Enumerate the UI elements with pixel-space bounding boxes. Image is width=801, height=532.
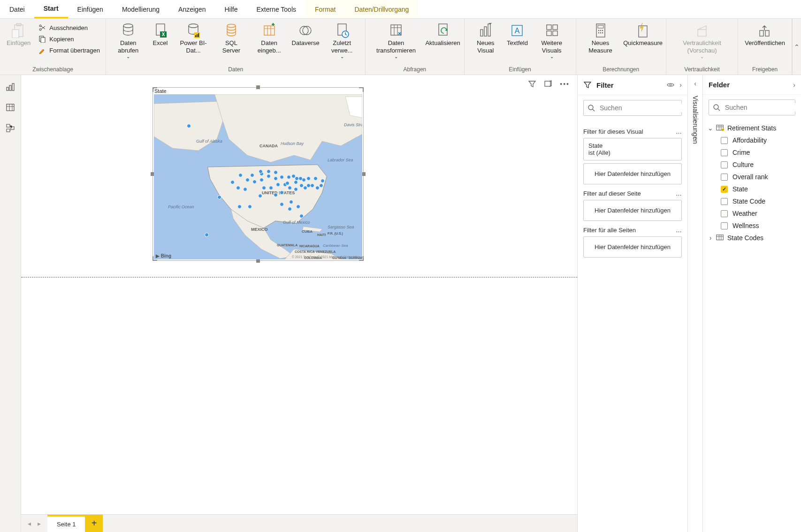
data-point[interactable]	[294, 180, 298, 184]
tab-datei[interactable]: Datei	[0, 0, 34, 18]
resize-handle[interactable]	[256, 85, 260, 89]
data-point[interactable]	[269, 186, 273, 190]
next-page-button[interactable]: ▸	[38, 520, 41, 527]
data-point[interactable]	[248, 205, 252, 209]
transform-data-button[interactable]: Daten transformieren⌄	[368, 21, 423, 61]
excel-button[interactable]: XExcel	[149, 21, 172, 49]
field-state-code[interactable]: State Code	[703, 195, 801, 207]
canvas-empty-area[interactable]	[21, 278, 577, 514]
add-page-button[interactable]: +	[85, 515, 103, 532]
data-point[interactable]	[274, 170, 278, 175]
field-overall-rank[interactable]: Overall rank	[703, 171, 801, 183]
field-checkbox[interactable]	[721, 161, 728, 168]
enter-data-button[interactable]: Daten eingeb...	[249, 21, 290, 56]
filter-drop-visual[interactable]: Hier Datenfelder hinzufügen	[583, 163, 682, 184]
data-point[interactable]	[187, 124, 191, 128]
map-visual[interactable]: State	[153, 87, 364, 261]
quick-measure-button[interactable]: Quickmeasure	[623, 21, 663, 49]
data-point[interactable]	[262, 186, 266, 190]
tab-start[interactable]: Start	[34, 0, 68, 18]
data-point[interactable]	[237, 205, 242, 209]
section-more-icon[interactable]: …	[676, 128, 682, 135]
sql-button[interactable]: SQL Server	[215, 21, 248, 56]
more-visuals-button[interactable]: Weitere Visuals⌄	[531, 21, 573, 61]
data-point[interactable]	[252, 180, 257, 184]
refresh-button[interactable]: Aktualisieren	[425, 21, 461, 49]
data-point[interactable]	[274, 193, 278, 197]
format-painter-button[interactable]: Format übertragen	[36, 45, 102, 55]
data-point[interactable]	[320, 179, 325, 183]
new-visual-button[interactable]: Neues Visual	[467, 21, 504, 56]
data-point[interactable]	[267, 169, 271, 174]
data-point[interactable]	[319, 183, 323, 188]
resize-handle[interactable]	[362, 172, 366, 176]
data-point[interactable]	[296, 205, 300, 209]
viz-pane-title[interactable]: Visualisierungen	[692, 92, 699, 147]
data-point[interactable]	[285, 181, 290, 185]
field-weather[interactable]: Weather	[703, 207, 801, 220]
data-point[interactable]	[313, 176, 318, 181]
publish-button[interactable]: Veröffentlichen	[741, 21, 789, 49]
prev-page-button[interactable]: ◂	[28, 520, 31, 527]
collapse-fields-icon[interactable]: ›	[793, 81, 795, 89]
data-point[interactable]	[288, 186, 292, 190]
tab-datendrillvorgang[interactable]: Daten/Drillvorgang	[345, 0, 418, 18]
field-checkbox[interactable]	[721, 137, 728, 144]
field-crime[interactable]: Crime	[703, 146, 801, 159]
tab-anzeigen[interactable]: Anzeigen	[169, 0, 215, 18]
get-data-button[interactable]: Daten abrufen⌄	[109, 21, 148, 61]
data-point[interactable]	[306, 183, 311, 188]
focus-mode-icon[interactable]	[544, 80, 552, 88]
tab-modellierung[interactable]: Modellierung	[113, 0, 169, 18]
data-point[interactable]	[267, 174, 271, 178]
copy-button[interactable]: Kopieren	[36, 34, 102, 44]
data-point[interactable]	[250, 173, 254, 177]
filter-card-state[interactable]: State ist (Alle)	[583, 138, 682, 160]
collapse-ribbon-button[interactable]: ⌃	[792, 19, 801, 75]
map-canvas[interactable]: CANADA UNITED STATES MEXICO CUBA HAITI P…	[154, 94, 362, 259]
cut-button[interactable]: Ausschneiden	[36, 23, 102, 33]
data-view-button[interactable]	[5, 102, 15, 113]
field-affordability[interactable]: Affordability	[703, 134, 801, 146]
textbox-button[interactable]: ATextfeld	[505, 21, 530, 49]
field-checkbox[interactable]	[721, 210, 728, 217]
new-measure-button[interactable]: Neues Measure	[579, 21, 622, 56]
resize-handle[interactable]	[256, 259, 260, 263]
filter-drop-page[interactable]: Hier Datenfelder hinzufügen	[583, 200, 682, 221]
eye-icon[interactable]	[666, 81, 675, 89]
data-point[interactable]	[259, 178, 264, 182]
data-point[interactable]	[205, 233, 209, 237]
data-point[interactable]	[238, 173, 243, 177]
data-point[interactable]	[298, 176, 303, 181]
data-point[interactable]	[274, 176, 278, 181]
data-point[interactable]	[291, 174, 296, 178]
data-point[interactable]	[310, 183, 314, 188]
data-point[interactable]	[230, 180, 235, 184]
section-more-icon[interactable]: …	[676, 190, 682, 197]
data-point[interactable]	[306, 176, 311, 181]
tab-format[interactable]: Format	[305, 0, 345, 18]
field-checkbox[interactable]	[721, 149, 728, 156]
filters-search[interactable]	[583, 100, 682, 116]
pbi-dataset-button[interactable]: Power BI-Dat...	[173, 21, 214, 56]
data-point[interactable]	[236, 186, 240, 190]
data-point[interactable]	[287, 175, 291, 179]
data-point[interactable]	[276, 182, 280, 187]
fields-search-input[interactable]	[724, 103, 801, 112]
filters-search-input[interactable]	[599, 104, 683, 112]
data-point[interactable]	[245, 178, 250, 182]
page-tab[interactable]: Seite 1	[47, 515, 85, 532]
data-point[interactable]	[243, 187, 247, 191]
more-options-icon[interactable]: •••	[560, 80, 570, 88]
field-state[interactable]: State	[703, 183, 801, 195]
model-view-button[interactable]	[5, 123, 15, 133]
tab-einfügen[interactable]: Einfügen	[68, 0, 113, 18]
data-point[interactable]	[217, 195, 221, 199]
data-point[interactable]	[299, 214, 304, 218]
collapse-filters-icon[interactable]: ›	[679, 81, 682, 89]
report-view-button[interactable]	[5, 82, 15, 92]
data-point[interactable]	[289, 200, 293, 204]
field-checkbox[interactable]	[721, 198, 728, 205]
data-point[interactable]	[259, 169, 263, 174]
field-wellness[interactable]: Wellness	[703, 220, 801, 232]
